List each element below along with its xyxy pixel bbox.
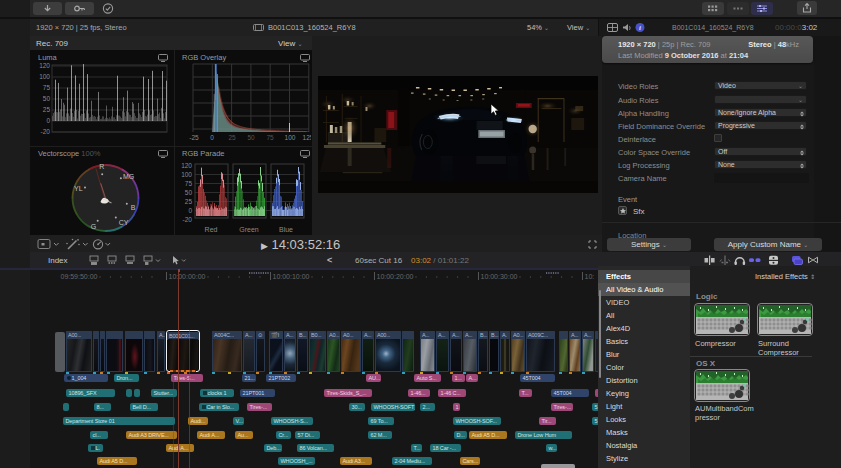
- svg-text:100: 100: [181, 171, 192, 178]
- svg-text:MG: MG: [123, 173, 134, 180]
- svg-text:CY: CY: [119, 219, 129, 226]
- svg-text:120: 120: [181, 162, 192, 169]
- svg-text:-20: -20: [41, 128, 51, 135]
- svg-text:i: i: [639, 24, 641, 32]
- svg-text:50: 50: [185, 189, 193, 196]
- svg-text:120: 120: [39, 62, 50, 69]
- svg-text:25: 25: [43, 106, 51, 113]
- svg-text:Green: Green: [239, 226, 259, 233]
- svg-text:-25: -25: [189, 134, 199, 141]
- svg-text:125: 125: [303, 134, 311, 141]
- svg-text:0: 0: [46, 117, 50, 124]
- svg-text:75: 75: [185, 180, 193, 187]
- svg-text:-20: -20: [183, 216, 193, 223]
- svg-text:100: 100: [39, 73, 50, 80]
- svg-text:100: 100: [285, 134, 296, 141]
- svg-text:25: 25: [228, 134, 236, 141]
- svg-text:0: 0: [210, 134, 214, 141]
- svg-text:G: G: [91, 223, 96, 230]
- svg-text:50: 50: [247, 134, 255, 141]
- svg-text:Blue: Blue: [279, 226, 293, 233]
- svg-text:YL: YL: [74, 185, 83, 192]
- svg-text:Red: Red: [205, 226, 218, 233]
- svg-text:B: B: [131, 204, 136, 211]
- svg-text:25: 25: [185, 198, 193, 205]
- svg-text:75: 75: [43, 84, 51, 91]
- svg-text:0: 0: [188, 207, 192, 214]
- svg-text:75: 75: [266, 134, 274, 141]
- svg-text:50: 50: [43, 95, 51, 102]
- svg-text:R: R: [99, 163, 104, 170]
